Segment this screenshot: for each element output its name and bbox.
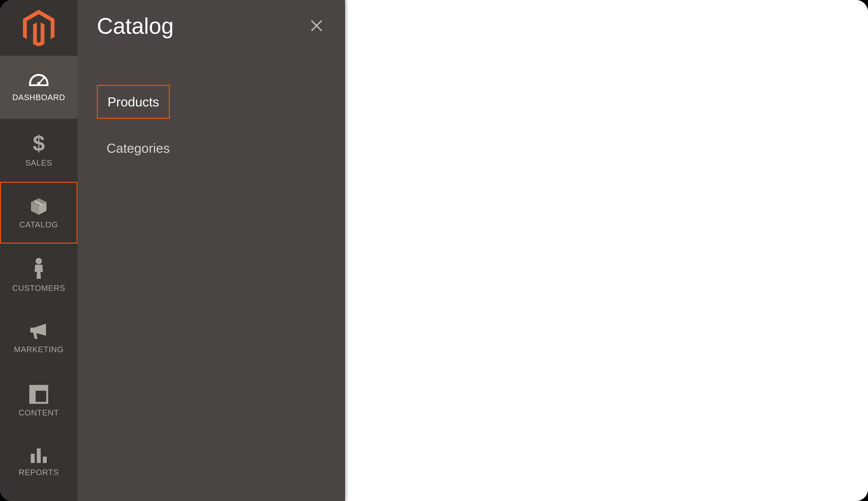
svg-rect-6 <box>30 386 47 391</box>
submenu-close-button[interactable] <box>307 17 326 36</box>
chart-disabled-message: Chart is disabled. To enable the cha <box>662 385 868 401</box>
sidebar-item-sales[interactable]: $ SALES <box>0 119 77 182</box>
person-icon <box>33 257 45 279</box>
scope-band <box>345 132 868 213</box>
svg-rect-7 <box>30 391 36 403</box>
layout-icon <box>29 385 48 404</box>
sidebar-item-catalog[interactable]: CATALOG <box>0 182 77 244</box>
submenu-title: Catalog <box>97 13 174 39</box>
svg-rect-4 <box>30 328 35 332</box>
megaphone-icon <box>28 322 50 341</box>
admin-sidebar: DASHBOARD $ SALES CATALOG <box>0 0 77 501</box>
svg-text:$: $ <box>32 133 45 154</box>
sidebar-item-content[interactable]: CONTENT <box>0 370 77 433</box>
sidebar-item-label: SALES <box>25 158 52 168</box>
sidebar-item-customers[interactable]: CUSTOMERS <box>0 244 77 307</box>
sidebar-item-label: CONTENT <box>19 408 59 417</box>
svg-rect-10 <box>43 457 47 463</box>
main-inner: d of your business' performance, using o… <box>345 0 868 501</box>
sidebar-item-reports[interactable]: REPORTS <box>0 433 77 491</box>
box-icon <box>29 196 48 216</box>
dollar-icon: $ <box>32 133 45 154</box>
revenue-label: Revenue <box>642 434 694 448</box>
sidebar-item-label: CATALOG <box>19 220 58 229</box>
sidebar-item-marketing[interactable]: MARKETING <box>0 307 77 370</box>
sidebar-item-label: MARKETING <box>14 345 64 354</box>
revenue-value: $0.00 <box>642 450 694 475</box>
svg-rect-8 <box>31 454 35 463</box>
gauge-icon <box>28 73 50 88</box>
sidebar-item-dashboard[interactable]: DASHBOARD <box>0 56 77 119</box>
section-divider <box>345 349 868 350</box>
magento-logo-icon <box>23 10 55 46</box>
svg-rect-9 <box>37 448 41 463</box>
svg-point-1 <box>37 82 41 85</box>
promo-text: d of your business' performance, using o… <box>345 303 868 319</box>
submenu-header: Catalog <box>97 13 326 39</box>
sidebar-item-label: CUSTOMERS <box>12 284 65 293</box>
magento-logo[interactable] <box>0 0 77 56</box>
submenu-item-products[interactable]: Products <box>97 85 170 119</box>
svg-point-3 <box>36 258 42 264</box>
sidebar-item-label: REPORTS <box>19 468 59 477</box>
divider <box>345 239 868 240</box>
sidebar-item-label: DASHBOARD <box>12 93 65 102</box>
bar-chart-icon <box>29 447 48 463</box>
revenue-block: Revenue $0.00 <box>642 434 694 475</box>
catalog-submenu: Catalog Products Categories <box>77 0 345 501</box>
close-icon <box>310 19 323 32</box>
submenu-item-categories[interactable]: Categories <box>97 132 179 164</box>
app-frame: d of your business' performance, using o… <box>0 0 868 501</box>
